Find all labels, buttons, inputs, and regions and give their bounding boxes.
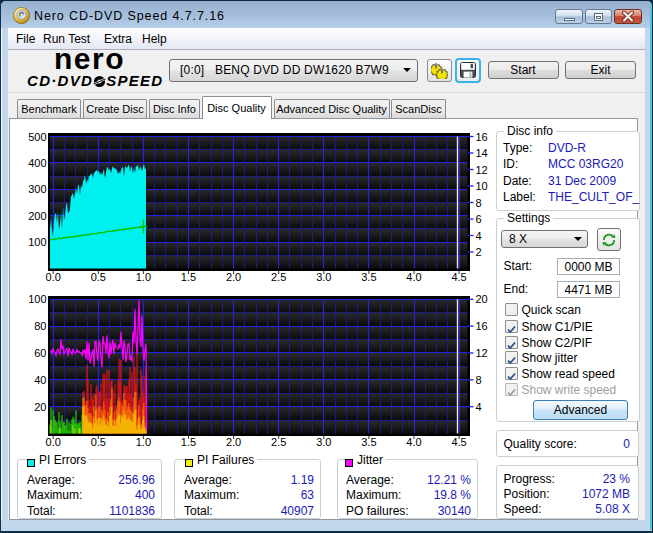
- svg-text:100: 100: [28, 293, 46, 305]
- svg-text:500: 500: [28, 131, 46, 143]
- svg-text:12: 12: [476, 164, 488, 176]
- svg-text:200: 200: [28, 210, 46, 222]
- svg-text:40: 40: [34, 374, 46, 386]
- svg-text:8: 8: [476, 374, 482, 386]
- svg-text:20: 20: [34, 401, 46, 413]
- svg-text:2: 2: [476, 246, 482, 258]
- svg-text:400: 400: [28, 157, 46, 169]
- svg-text:300: 300: [28, 183, 46, 195]
- svg-text:80: 80: [34, 320, 46, 332]
- svg-text:8: 8: [476, 197, 482, 209]
- svg-text:20: 20: [476, 293, 488, 305]
- svg-text:4: 4: [476, 401, 482, 413]
- svg-text:4: 4: [476, 230, 482, 242]
- svg-text:14: 14: [476, 147, 488, 159]
- svg-text:60: 60: [34, 347, 46, 359]
- svg-text:6: 6: [476, 213, 482, 225]
- svg-text:16: 16: [476, 131, 488, 143]
- svg-text:16: 16: [476, 320, 488, 332]
- svg-text:12: 12: [476, 347, 488, 359]
- svg-text:100: 100: [28, 236, 46, 248]
- svg-text:10: 10: [476, 180, 488, 192]
